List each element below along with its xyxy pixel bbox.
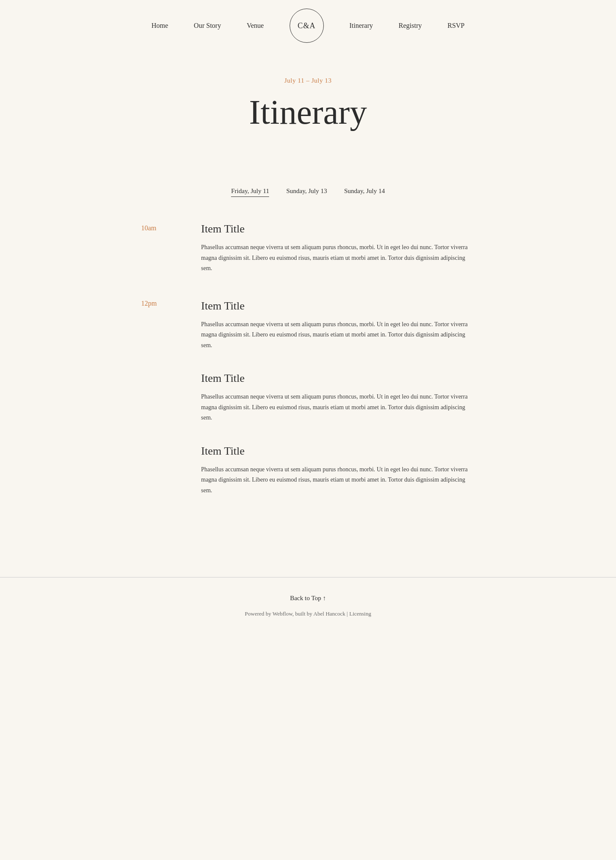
tab-sunday-13[interactable]: Sunday, July 13: [286, 187, 327, 197]
sub-item-2-0: Item Title Phasellus accumsan neque vive…: [201, 300, 475, 351]
back-to-top[interactable]: Back to Top ↑: [9, 595, 607, 602]
nav-logo[interactable]: C&A: [290, 9, 324, 43]
tabs-container: Friday, July 11 Sunday, July 13 Sunday, …: [0, 153, 616, 214]
nav-link-venue[interactable]: Venue: [247, 22, 264, 30]
item-body-1: Item Title Phasellus accumsan neque vive…: [201, 223, 475, 274]
item-title-1: Item Title: [201, 223, 475, 235]
navbar: Home Our Story Venue C&A Itinerary Regis…: [0, 0, 616, 51]
sub-item-desc-2-2: Phasellus accumsan neque viverra ut sem …: [201, 464, 475, 496]
footer: Back to Top ↑ Powered by Webflow, built …: [0, 577, 616, 626]
time-label-12pm: 12pm: [141, 298, 157, 307]
page-title: Itinerary: [9, 93, 607, 132]
nav-link-registry[interactable]: Registry: [399, 22, 422, 30]
item-desc-1: Phasellus accumsan neque viverra ut sem …: [201, 242, 475, 274]
sub-item-title-2-0: Item Title: [201, 300, 475, 312]
itinerary-item-1: 10am Item Title Phasellus accumsan neque…: [141, 223, 475, 274]
items-column: Item Title Phasellus accumsan neque vive…: [201, 300, 475, 518]
hero-section: July 11 – July 13 Itinerary: [0, 51, 616, 153]
footer-credit: Powered by Webflow, built by Abel Hancoc…: [9, 610, 607, 617]
hero-date-range: July 11 – July 13: [9, 77, 607, 84]
sub-item-2-1: Item Title Phasellus accumsan neque vive…: [201, 372, 475, 423]
sub-item-2-2: Item Title Phasellus accumsan neque vive…: [201, 445, 475, 496]
sub-item-title-2-1: Item Title: [201, 372, 475, 385]
item-time-2: 12pm: [141, 300, 175, 518]
itinerary-item-2: 12pm Item Title Phasellus accumsan neque…: [141, 300, 475, 518]
tab-sunday-14[interactable]: Sunday, July 14: [344, 187, 385, 197]
nav-link-itinerary[interactable]: Itinerary: [349, 22, 373, 30]
nav-link-our-story[interactable]: Our Story: [194, 22, 221, 30]
itinerary-content: 10am Item Title Phasellus accumsan neque…: [116, 214, 500, 551]
sub-item-desc-2-0: Phasellus accumsan neque viverra ut sem …: [201, 319, 475, 351]
nav-link-rsvp[interactable]: RSVP: [447, 22, 465, 30]
nav-link-home[interactable]: Home: [151, 22, 168, 30]
tab-friday[interactable]: Friday, July 11: [231, 187, 269, 197]
item-time-1: 10am: [141, 223, 175, 274]
sub-item-title-2-2: Item Title: [201, 445, 475, 458]
sub-item-desc-2-1: Phasellus accumsan neque viverra ut sem …: [201, 392, 475, 423]
